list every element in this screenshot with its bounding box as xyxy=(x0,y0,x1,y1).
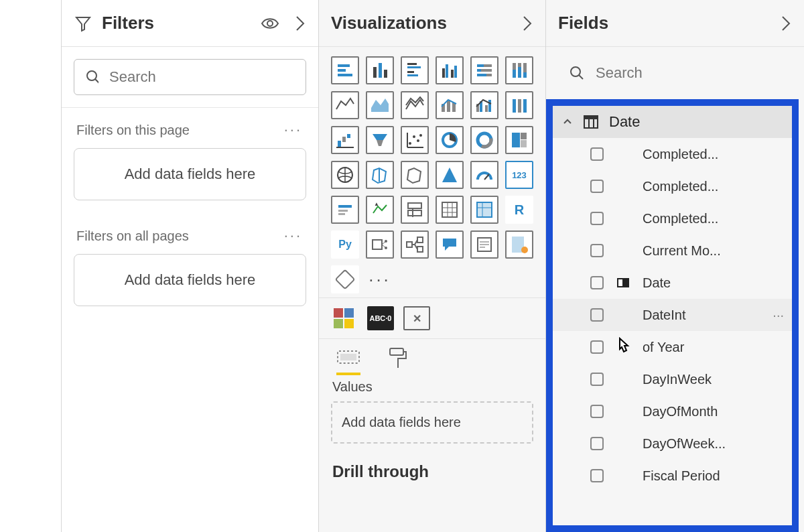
viz-map[interactable] xyxy=(331,161,359,189)
viz-shape-map[interactable] xyxy=(401,161,429,189)
viz-pane-header: Visualizations xyxy=(319,0,545,47)
viz-stacked-bar[interactable] xyxy=(331,56,359,84)
more-icon[interactable]: ··· xyxy=(284,227,302,245)
svg-rect-8 xyxy=(407,63,417,65)
svg-line-59 xyxy=(484,174,489,180)
viz-line-clustered[interactable] xyxy=(470,91,498,119)
chevron-right-icon[interactable] xyxy=(521,14,533,33)
field-checkbox[interactable] xyxy=(590,180,604,193)
viz-slicer[interactable] xyxy=(401,196,429,224)
field-checkbox[interactable] xyxy=(590,340,604,354)
build-format-tab[interactable] xyxy=(387,347,407,375)
fields-table-header[interactable]: Date xyxy=(553,106,792,138)
field-checkbox[interactable] xyxy=(590,212,604,225)
field-item[interactable]: Completed... xyxy=(553,202,792,235)
viz-python[interactable]: Py xyxy=(331,230,359,259)
viz-line[interactable] xyxy=(331,91,359,119)
svg-rect-35 xyxy=(488,100,491,112)
viz-waterfall[interactable] xyxy=(331,126,359,154)
field-item[interactable]: Completed... xyxy=(553,170,792,202)
more-icon[interactable]: ··· xyxy=(284,121,302,139)
eye-icon[interactable] xyxy=(261,16,279,31)
viz-qna[interactable] xyxy=(436,230,464,259)
viz-100-bar[interactable] xyxy=(470,56,498,84)
field-item[interactable]: DateInt··· xyxy=(553,299,792,331)
viz-key-influencers[interactable] xyxy=(366,230,394,259)
svg-marker-28 xyxy=(371,98,389,112)
viz-kpi[interactable]: ▲ xyxy=(366,196,394,224)
fields-highlight: Date Completed...Completed...Completed..… xyxy=(546,99,799,532)
filters-this-page-drop[interactable]: Add data fields here xyxy=(74,148,306,200)
filter-icon xyxy=(74,14,92,33)
pointer-cursor-icon xyxy=(613,337,633,360)
filters-title: Filters xyxy=(102,13,154,34)
remove-chip[interactable]: ✕ xyxy=(403,306,430,330)
viz-clustered-column[interactable] xyxy=(436,56,464,84)
chevron-right-icon[interactable] xyxy=(294,14,306,33)
svg-point-89 xyxy=(521,247,528,253)
field-item[interactable]: DayOfMonth xyxy=(553,395,792,427)
field-checkbox[interactable] xyxy=(590,437,604,450)
viz-ribbon[interactable] xyxy=(505,91,533,119)
field-item[interactable]: Current Mo... xyxy=(553,235,792,267)
viz-r[interactable]: R xyxy=(505,196,533,224)
viz-decomposition[interactable] xyxy=(401,230,429,259)
viz-more[interactable]: ··· xyxy=(366,265,394,293)
svg-rect-61 xyxy=(338,210,348,212)
svg-rect-34 xyxy=(485,105,488,112)
field-item[interactable]: Completed... xyxy=(553,138,792,170)
viz-line-column[interactable] xyxy=(436,91,464,119)
field-item[interactable]: DayOfWeek... xyxy=(553,427,792,460)
viz-paginated[interactable] xyxy=(505,230,533,259)
viz-multi-card[interactable] xyxy=(331,196,359,224)
fields-well-icon xyxy=(336,347,360,367)
field-checkbox[interactable] xyxy=(590,373,604,386)
build-fields-tab[interactable] xyxy=(336,347,360,375)
fields-search-input[interactable] xyxy=(594,64,781,82)
field-label: of Year xyxy=(643,340,684,355)
search-icon xyxy=(569,65,585,81)
svg-rect-60 xyxy=(338,205,352,208)
filters-search[interactable] xyxy=(74,59,306,95)
viz-funnel[interactable] xyxy=(366,126,394,154)
field-more-icon[interactable]: ··· xyxy=(773,308,784,323)
svg-point-48 xyxy=(419,134,422,137)
abc-chip[interactable]: ABC·0 xyxy=(367,306,394,330)
field-checkbox[interactable] xyxy=(590,308,604,322)
field-item[interactable]: Fiscal Period xyxy=(553,460,792,492)
viz-stacked-column[interactable] xyxy=(366,56,394,84)
filters-search-input[interactable] xyxy=(108,68,295,86)
viz-smart-narrative[interactable] xyxy=(470,230,498,259)
svg-rect-83 xyxy=(417,247,423,252)
viz-table[interactable] xyxy=(436,196,464,224)
viz-scatter[interactable] xyxy=(401,126,429,154)
field-checkbox[interactable] xyxy=(590,405,604,418)
fields-search[interactable] xyxy=(558,55,792,91)
field-checkbox[interactable] xyxy=(590,147,604,161)
filters-all-pages-drop[interactable]: Add data fields here xyxy=(74,254,306,306)
viz-treemap[interactable] xyxy=(505,126,533,154)
values-drop[interactable]: Add data fields here xyxy=(331,401,533,444)
viz-azure-map[interactable] xyxy=(436,161,464,189)
viz-clustered-bar[interactable] xyxy=(401,56,429,84)
field-item[interactable]: DayInWeek xyxy=(553,363,792,395)
field-label: DayOfWeek... xyxy=(643,436,726,452)
viz-card[interactable]: 123 xyxy=(505,161,533,189)
viz-filled-map[interactable] xyxy=(366,161,394,189)
theme-chip[interactable] xyxy=(331,306,358,330)
viz-100-column[interactable] xyxy=(505,56,533,84)
field-checkbox[interactable] xyxy=(590,469,604,482)
viz-pie[interactable] xyxy=(436,126,464,154)
field-checkbox[interactable] xyxy=(590,276,604,289)
svg-rect-3 xyxy=(338,69,346,72)
viz-stacked-area[interactable] xyxy=(401,91,429,119)
viz-gauge[interactable] xyxy=(470,161,498,189)
field-item[interactable]: of Year xyxy=(553,331,792,363)
viz-donut[interactable] xyxy=(470,126,498,154)
viz-matrix[interactable] xyxy=(470,196,498,224)
field-checkbox[interactable] xyxy=(590,244,604,257)
chevron-right-icon[interactable] xyxy=(780,14,792,33)
viz-power-apps[interactable] xyxy=(331,265,359,293)
field-item[interactable]: Date xyxy=(553,267,792,299)
viz-area[interactable] xyxy=(366,91,394,119)
